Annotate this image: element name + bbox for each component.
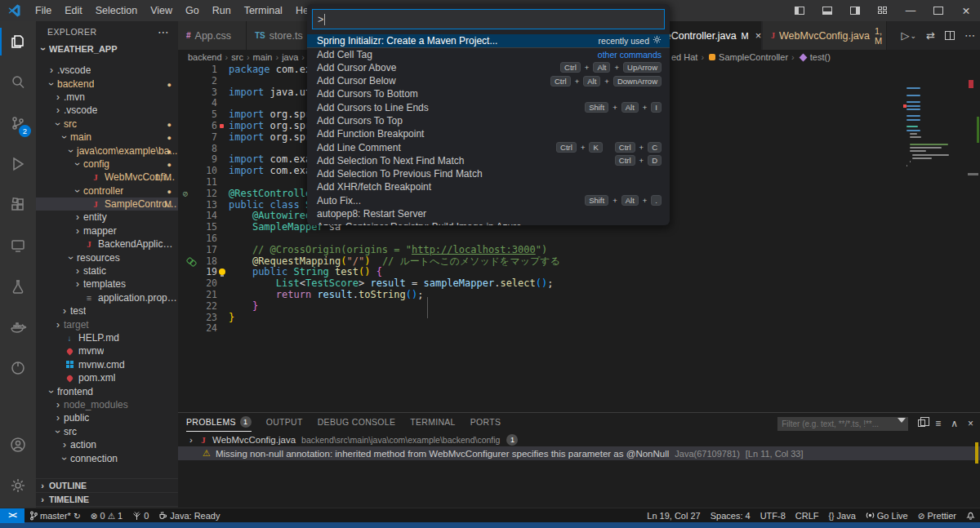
tree-file-mvnw[interactable]: mvnw: [36, 344, 178, 357]
git-branch-status[interactable]: master* ↻: [24, 508, 86, 523]
menu-view[interactable]: View: [144, 0, 179, 21]
code-line-16[interactable]: 16: [178, 233, 980, 245]
tree-root-weather-app[interactable]: ›WEATHER_APP: [36, 42, 178, 55]
menu-edit[interactable]: Edit: [58, 0, 89, 21]
tree-folder-config[interactable]: ›config●: [36, 158, 178, 171]
go-live[interactable]: Go Live: [861, 508, 913, 523]
problems-status[interactable]: ⊗0 ⚠1: [86, 508, 127, 523]
code-line-18[interactable]: 18 @RequestMapping("/") // ルートへこのメソッドをマッ…: [178, 256, 980, 268]
tree-folder-resources[interactable]: ›resources: [36, 251, 178, 264]
command-item-add-function-breakpoint[interactable]: Add Function Breakpoint: [307, 127, 670, 140]
tree-folder-main[interactable]: ›main●: [36, 131, 178, 144]
breadcrumb-symbols[interactable]: ed Hat › SampleController › test(): [671, 50, 831, 64]
tree-file-backendapplication-java[interactable]: JBackendApplication.java: [36, 237, 178, 251]
tree-folder-target[interactable]: ›target: [36, 317, 178, 331]
request-mapping-icon[interactable]: [178, 256, 193, 268]
eol-sequence[interactable]: CRLF: [791, 508, 824, 523]
tab-store-ts[interactable]: TSstore.ts: [247, 21, 315, 50]
activitybar-account-icon[interactable]: [0, 424, 36, 465]
view-as-list-icon[interactable]: ≡: [935, 418, 941, 429]
activitybar-spring-boot-icon[interactable]: [0, 348, 36, 388]
command-item-add-cursor-below[interactable]: Add Cursor BelowCtrl+Alt+DownArrow: [307, 74, 670, 87]
code-line-20[interactable]: 20 List<TestScore> result = sampleMapper…: [178, 278, 980, 290]
section-outline[interactable]: ›OUTLINE: [36, 478, 178, 492]
close-icon[interactable]: ✕: [952, 0, 980, 21]
command-item-add-xhr-fetch-breakpoint[interactable]: Add XHR/fetch Breakpoint: [307, 180, 670, 193]
tree-folder-src[interactable]: ›src: [36, 425, 178, 438]
activitybar-remote-explorer-icon[interactable]: [0, 225, 36, 266]
panel-tab-terminal[interactable]: TERMINAL: [410, 413, 456, 432]
toggle-panel-icon[interactable]: [813, 0, 841, 21]
no-run-icon[interactable]: ⊘: [178, 189, 193, 200]
panel-tab-output[interactable]: OUTPUT: [266, 413, 303, 432]
tree-folder-src[interactable]: ›src●: [36, 118, 178, 131]
close-icon[interactable]: ×: [755, 29, 762, 42]
gutter[interactable]: [178, 121, 193, 132]
tree-folder--mvn[interactable]: ›.mvn: [36, 91, 178, 104]
menu-terminal[interactable]: Terminal: [238, 0, 289, 21]
command-item-spring-initializr[interactable]: Spring Initializr: Create a Maven Projec…: [307, 34, 670, 47]
restore-icon[interactable]: [924, 0, 952, 21]
split-editor-icon[interactable]: [945, 31, 955, 40]
command-item-add-selection-to-previous-find-match[interactable]: Add Selection To Previous Find Match: [307, 167, 670, 180]
activitybar-docker-icon[interactable]: [0, 307, 36, 348]
tree-folder-public[interactable]: ›public: [36, 411, 178, 424]
close-panel-icon[interactable]: ×: [968, 418, 973, 429]
open-in-editor-icon[interactable]: [918, 419, 925, 427]
overview-ruler[interactable]: [967, 64, 980, 433]
breadcrumb-path[interactable]: backend›src›main›java›co: [178, 52, 318, 62]
activitybar-testing-icon[interactable]: [0, 266, 36, 307]
tree-folder-test[interactable]: ›test: [36, 304, 178, 317]
tab-app-css[interactable]: #App.css: [178, 21, 247, 50]
open-changes-icon[interactable]: ⇄: [926, 29, 935, 42]
tree-file-pom-xml[interactable]: pom.xml: [36, 371, 178, 384]
tree-folder-action[interactable]: ›action: [36, 438, 178, 451]
command-item-autopep8[interactable]: autopep8: Restart Server: [307, 207, 670, 220]
problems-file-row[interactable]: › J WebMvcConfig.java backend\src\main\j…: [178, 433, 980, 446]
command-item-add-cursors-to-line-ends[interactable]: Add Cursors to Line EndsShift+Alt+I: [307, 100, 670, 113]
editor-more-actions-icon[interactable]: ⋯: [964, 29, 975, 42]
menu-run[interactable]: Run: [206, 0, 238, 21]
prettier-status[interactable]: ⊘ Prettier: [913, 508, 961, 523]
tree-file-mvnw-cmd[interactable]: mvnw.cmd: [36, 358, 178, 371]
breadcrumb-segment[interactable]: backend: [188, 52, 222, 62]
section-timeline[interactable]: ›TIMELINE: [36, 492, 178, 506]
breadcrumb-segment[interactable]: src: [231, 52, 243, 62]
command-item-add-cell-tag[interactable]: Add Cell Tagother commands: [307, 47, 670, 60]
activitybar-extensions-icon[interactable]: [0, 184, 36, 225]
tree-folder-frontend[interactable]: ›frontend: [36, 384, 178, 397]
menu-file[interactable]: File: [29, 0, 58, 21]
command-item-add-selection-to-next-find-match[interactable]: Add Selection To Next Find MatchCtrl+D: [307, 154, 670, 167]
minimize-icon[interactable]: —: [897, 0, 924, 21]
tree-folder-java-com-example-ba-[interactable]: ›java\com\example\ba...●: [36, 144, 178, 157]
command-item-azure-container-registry[interactable]: Azure Container Registry: Build Image in…: [307, 220, 670, 225]
activitybar-source-control-icon[interactable]: 2: [0, 103, 36, 144]
cursor-position[interactable]: Ln 19, Col 27: [642, 508, 705, 523]
explorer-more-actions-icon[interactable]: ⋯: [158, 25, 170, 38]
other-commands-link[interactable]: other commands: [598, 50, 662, 60]
remote-indicator[interactable]: ><: [0, 508, 24, 523]
menu-selection[interactable]: Selection: [89, 0, 144, 21]
indentation[interactable]: Spaces: 4: [706, 508, 755, 523]
code-line-17[interactable]: 17 // @CrossOrigin(origins = "http://loc…: [178, 245, 980, 256]
activitybar-search-icon[interactable]: [0, 62, 36, 103]
code-line-23[interactable]: 23}: [178, 313, 980, 324]
tree-folder-mapper[interactable]: ›mapper: [36, 224, 178, 237]
toggle-primary-sidebar-icon[interactable]: [786, 0, 813, 21]
customize-layout-icon[interactable]: [869, 0, 897, 21]
lightbulb-icon[interactable]: [219, 268, 225, 275]
breadcrumb-segment[interactable]: java: [282, 52, 298, 62]
java-status[interactable]: Java: Ready: [154, 508, 225, 523]
maximize-panel-icon[interactable]: ∧: [951, 418, 958, 429]
problems-filter-input[interactable]: [777, 417, 908, 431]
encoding[interactable]: UTF-8: [755, 508, 791, 523]
tree-file-application-properties[interactable]: ≡application.properties: [36, 291, 178, 304]
panel-tab-problems[interactable]: PROBLEMS1: [186, 413, 252, 432]
run-java-icon[interactable]: ▷⌄: [902, 29, 917, 42]
tree-file-help-md[interactable]: ↓HELP.md: [36, 331, 178, 344]
menu-go[interactable]: Go: [179, 0, 206, 21]
breadcrumb-segment[interactable]: main: [253, 52, 273, 62]
activitybar-run-debug-icon[interactable]: [0, 144, 36, 184]
tree-folder-backend[interactable]: ›backend●: [36, 77, 178, 90]
tree-folder-templates[interactable]: ›templates: [36, 277, 178, 291]
